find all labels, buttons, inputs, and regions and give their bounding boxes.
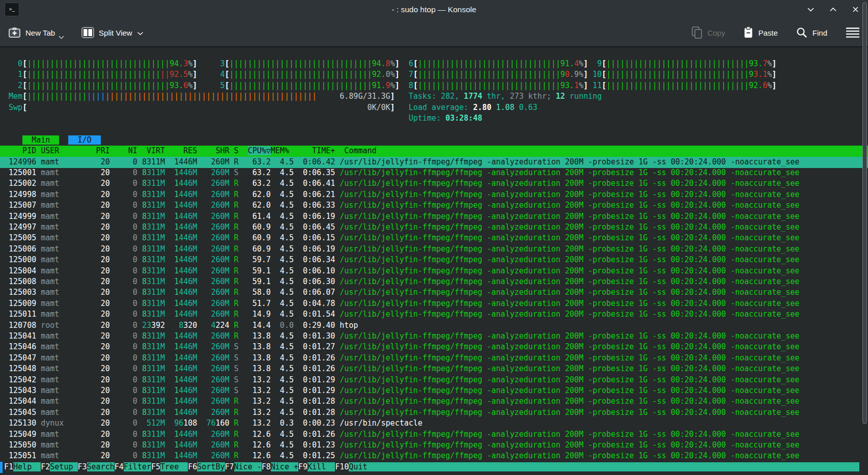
cpu-meter-row-3: 2[|||||||||||||||||||||||||||||||93.6%] … bbox=[0, 80, 868, 92]
process-row-124998[interactable]: 124998 mamt 20 0 8311M 1446M 260M R 62.0… bbox=[0, 189, 868, 201]
htop-tabs[interactable]: Main I/O bbox=[0, 135, 868, 146]
maximize-button[interactable] bbox=[829, 5, 837, 14]
copy-button[interactable]: Copy bbox=[691, 26, 725, 39]
process-row-125049[interactable]: 125049 mamt 20 0 8311M 1446M 260M R 12.6… bbox=[0, 429, 868, 440]
new-tab-dropdown-icon bbox=[59, 36, 64, 39]
cpu-meter-row-1: 0[|||||||||||||||||||||||||||||||94.3%] … bbox=[0, 59, 868, 70]
process-row-125041[interactable]: 125041 mamt 20 0 8311M 1446M 260M R 13.8… bbox=[0, 331, 868, 342]
copy-icon bbox=[691, 26, 703, 39]
hamburger-menu-button[interactable] bbox=[846, 27, 860, 38]
paste-label: Paste bbox=[758, 29, 777, 37]
swap-meter-row: Swp[ 0K/0K] Load average: 2.80 1.08 0.63 bbox=[0, 102, 868, 114]
process-row-125009[interactable]: 125009 mamt 20 0 8311M 1446M 260M R 51.7… bbox=[0, 298, 868, 310]
memory-meter-row: Mem[||||||||||||||||||||||||||||||||||||… bbox=[0, 91, 868, 102]
split-view-icon bbox=[81, 27, 94, 38]
find-label: Find bbox=[813, 29, 827, 37]
paste-icon bbox=[743, 26, 753, 39]
process-row-125042[interactable]: 125042 mamt 20 0 8311M 1446M 260M S 13.2… bbox=[0, 375, 868, 386]
uptime-row: Uptime: 03:28:48 bbox=[0, 113, 868, 124]
titlebar: >_ - : sudo htop — Konsole bbox=[0, 0, 868, 19]
function-key-bar[interactable]: F1Help F2Setup F3SearchF4FilterF5Tree F6… bbox=[0, 462, 868, 473]
process-row-120708[interactable]: 120708 root 20 0 23392 8320 4224 R 14.4 … bbox=[0, 320, 868, 331]
window-controls bbox=[806, 5, 868, 14]
process-row-125046[interactable]: 125046 mamt 20 0 8311M 1446M 260M S 13.8… bbox=[0, 342, 868, 353]
toolbar: New Tab Split View bbox=[0, 19, 868, 47]
process-row-125001[interactable]: 125001 mamt 20 0 8311M 1446M 260M S 63.2… bbox=[0, 167, 868, 179]
process-row-125000[interactable]: 125000 mamt 20 0 8311M 1446M 260M R 59.7… bbox=[0, 255, 868, 266]
process-row-125002[interactable]: 125002 mamt 20 0 8311M 1446M 260M R 63.2… bbox=[0, 178, 868, 189]
split-view-label: Split View bbox=[99, 29, 132, 37]
konsole-app-icon: >_ bbox=[5, 3, 19, 16]
scrollbar-thumb[interactable] bbox=[862, 2, 867, 424]
process-row-125050[interactable]: 125050 mamt 20 0 8311M 1446M 260M R 12.6… bbox=[0, 440, 868, 451]
process-row-125130[interactable]: 125130 dynux 20 0 512M 96108 76160 R 13.… bbox=[0, 418, 868, 429]
process-row-125043[interactable]: 125043 mamt 20 0 8311M 1446M 260M S 13.2… bbox=[0, 385, 868, 397]
new-tab-label: New Tab bbox=[25, 29, 55, 37]
new-tab-button[interactable]: New Tab bbox=[8, 27, 64, 38]
process-row-125005[interactable]: 125005 mamt 20 0 8311M 1446M 260M R 60.9… bbox=[0, 233, 868, 244]
process-row-125048[interactable]: 125048 mamt 20 0 8311M 1446M 260M S 13.8… bbox=[0, 364, 868, 375]
hamburger-icon bbox=[846, 27, 860, 38]
process-row-125007[interactable]: 125007 mamt 20 0 8311M 1446M 260M R 62.0… bbox=[0, 200, 868, 211]
process-row-125044[interactable]: 125044 mamt 20 0 8311M 1446M 260M R 13.2… bbox=[0, 396, 868, 407]
process-row-125004[interactable]: 125004 mamt 20 0 8311M 1446M 260M R 59.1… bbox=[0, 266, 868, 277]
process-row-124996[interactable]: 124996 mamt 20 0 8311M 1446M 260M R 63.2… bbox=[0, 157, 868, 168]
copy-label: Copy bbox=[707, 29, 725, 37]
process-row-125045[interactable]: 125045 mamt 20 0 8311M 1446M 260M R 13.2… bbox=[0, 407, 868, 418]
close-button[interactable] bbox=[851, 5, 860, 14]
process-row-125051[interactable]: 125051 mamt 20 0 8311M 1446M 260M R 12.6… bbox=[0, 451, 868, 462]
konsole-window: >_ - : sudo htop — Konsole bbox=[0, 0, 868, 475]
minimize-button[interactable] bbox=[806, 5, 815, 14]
process-row-125047[interactable]: 125047 mamt 20 0 8311M 1446M 260M S 13.8… bbox=[0, 353, 868, 364]
terminal-view[interactable]: 0[|||||||||||||||||||||||||||||||94.3%] … bbox=[0, 47, 868, 475]
search-icon bbox=[796, 27, 808, 39]
process-row-125011[interactable]: 125011 mamt 20 0 8311M 1446M 260M R 14.9… bbox=[0, 309, 868, 320]
find-button[interactable]: Find bbox=[796, 27, 827, 39]
scrollbar-track bbox=[862, 2, 867, 424]
window-title: - : sudo htop — Konsole bbox=[0, 5, 868, 14]
split-view-button[interactable]: Split View bbox=[81, 27, 144, 38]
process-row-125006[interactable]: 125006 mamt 20 0 8311M 1446M 260M R 60.9… bbox=[0, 244, 868, 255]
cursor-indicator bbox=[0, 462, 3, 473]
process-row-125003[interactable]: 125003 mamt 20 0 8311M 1446M 260M R 58.0… bbox=[0, 287, 868, 298]
cpu-meter-row-2: 1[|||||||||||||||||||||||||||||||92.5%] … bbox=[0, 69, 868, 80]
paste-button[interactable]: Paste bbox=[743, 26, 777, 39]
process-row-125008[interactable]: 125008 mamt 20 0 8311M 1446M 260M R 59.1… bbox=[0, 276, 868, 288]
process-table-header[interactable]: PID USER PRI NI VIRT RES SHR S CPU%▽MEM%… bbox=[0, 146, 868, 157]
process-row-124997[interactable]: 124997 mamt 20 0 8311M 1446M 260M R 60.9… bbox=[0, 222, 868, 233]
process-row-124999[interactable]: 124999 mamt 20 0 8311M 1446M 260M R 61.4… bbox=[0, 211, 868, 222]
new-tab-icon bbox=[8, 27, 21, 38]
split-view-dropdown-icon bbox=[137, 32, 144, 36]
